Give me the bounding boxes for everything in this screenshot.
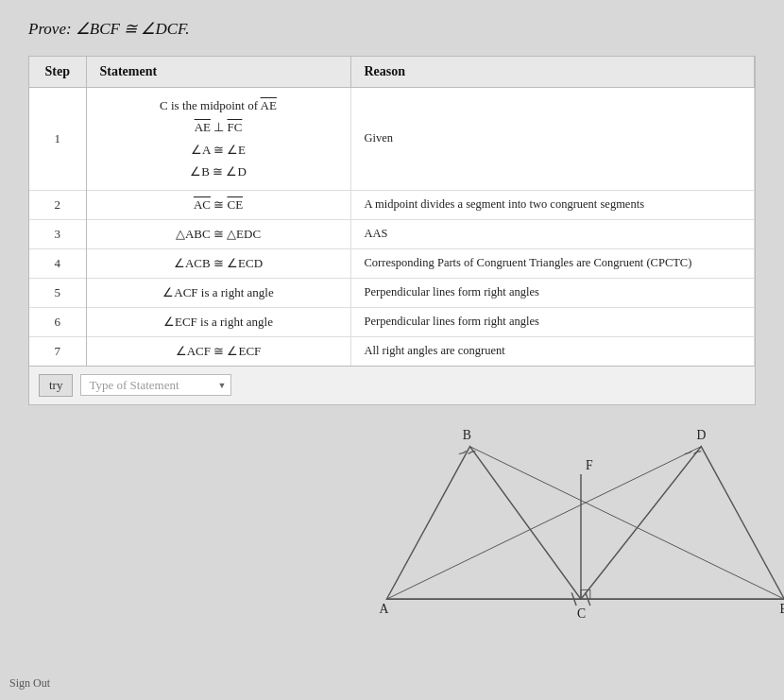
step-number: 2 bbox=[29, 190, 86, 219]
label-A: A bbox=[380, 601, 389, 615]
statement-cell: C is the midpoint of AE AE ⊥ FC ∠A ≅ ∠E … bbox=[86, 88, 350, 191]
reason-cell: A midpoint divides a segment into two co… bbox=[350, 190, 755, 219]
table-row: 4 ∠ACB ≅ ∠ECD Corresponding Parts of Con… bbox=[29, 248, 755, 278]
label-C: C bbox=[577, 606, 586, 620]
type-of-statement-select[interactable]: Type of Statement bbox=[80, 374, 231, 396]
label-D: D bbox=[696, 427, 706, 441]
table-row: 5 ∠ACF is a right angle Perpendicular li… bbox=[29, 278, 755, 307]
table-row: 7 ∠ACF ≅ ∠ECF All right angles are congr… bbox=[29, 336, 755, 366]
statement-cell: AC ≅ CE bbox=[86, 190, 350, 219]
step-number: 1 bbox=[29, 88, 86, 191]
table-row: 3 △ABC ≅ △EDC AAS bbox=[29, 219, 755, 248]
step-number: 5 bbox=[29, 278, 86, 307]
sign-out-label[interactable]: Sign Out bbox=[9, 676, 50, 691]
label-F: F bbox=[586, 458, 593, 472]
step-number: 3 bbox=[29, 219, 86, 248]
step-number: 6 bbox=[29, 307, 86, 336]
reason-cell: Given bbox=[350, 88, 755, 191]
reason-cell: Perpendicular lines form right angles bbox=[350, 307, 755, 336]
col-header-reason: Reason bbox=[350, 57, 755, 88]
statement-cell: △ABC ≅ △EDC bbox=[86, 219, 350, 248]
svg-line-4 bbox=[470, 446, 785, 599]
label-E: E bbox=[780, 601, 784, 615]
reason-cell: Perpendicular lines form right angles bbox=[350, 278, 755, 307]
reason-cell: AAS bbox=[350, 219, 755, 248]
proof-table: Step Statement Reason 1 C is the midpoin… bbox=[28, 56, 756, 405]
svg-marker-0 bbox=[386, 446, 581, 599]
table-row: 6 ∠ECF is a right angle Perpendicular li… bbox=[29, 307, 755, 336]
statement-cell: ∠ACB ≅ ∠ECD bbox=[86, 248, 350, 278]
main-content: Prove: ∠BCF ≅ ∠DCF. Step Statement Reaso… bbox=[0, 0, 784, 700]
table-row: 2 AC ≅ CE A midpoint divides a segment i… bbox=[29, 190, 755, 219]
statement-cell: ∠ACF ≅ ∠ECF bbox=[86, 336, 350, 366]
step-number: 4 bbox=[29, 248, 86, 278]
col-header-statement: Statement bbox=[86, 57, 350, 88]
col-header-step: Step bbox=[29, 57, 86, 88]
geometry-diagram: B D A C E F bbox=[359, 417, 784, 624]
diagram-area: B D A C E F bbox=[28, 417, 756, 624]
statement-cell: ∠ACF is a right angle bbox=[86, 278, 350, 307]
type-select-wrapper[interactable]: Type of Statement bbox=[80, 374, 231, 396]
step-number: 7 bbox=[29, 336, 86, 366]
reason-cell: Corresponding Parts of Congruent Triangl… bbox=[350, 248, 755, 278]
try-button[interactable]: try bbox=[39, 374, 73, 397]
input-row: try Type of Statement bbox=[29, 366, 755, 404]
prove-title: Prove: ∠BCF ≅ ∠DCF. bbox=[28, 19, 756, 39]
statement-cell: ∠ECF is a right angle bbox=[86, 307, 350, 336]
svg-marker-1 bbox=[581, 446, 784, 599]
label-B: B bbox=[463, 427, 471, 441]
svg-line-3 bbox=[386, 446, 701, 599]
table-row: 1 C is the midpoint of AE AE ⊥ FC ∠A ≅ ∠… bbox=[29, 88, 755, 191]
reason-cell: All right angles are congruent bbox=[350, 336, 755, 366]
